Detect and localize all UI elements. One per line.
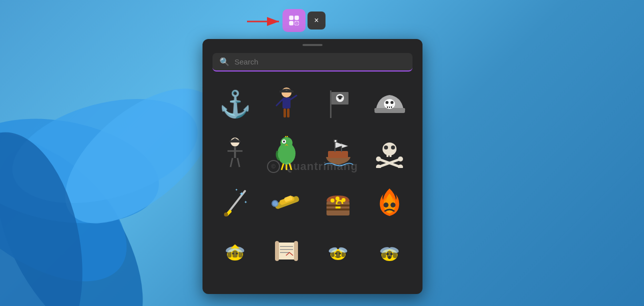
svg-rect-73 (326, 208, 350, 210)
sticker-pirate-swords[interactable] (212, 130, 258, 176)
sticker-fire-face[interactable] (367, 180, 412, 224)
svg-point-39 (283, 140, 285, 142)
close-icon: × (314, 16, 318, 25)
svg-point-104 (386, 253, 389, 256)
svg-rect-79 (238, 252, 242, 258)
svg-rect-72 (326, 204, 350, 206)
svg-point-54 (376, 164, 381, 168)
svg-rect-16 (282, 98, 290, 108)
svg-point-12 (295, 22, 299, 26)
svg-rect-91 (331, 252, 334, 257)
svg-point-55 (398, 164, 403, 168)
svg-point-106 (388, 256, 391, 259)
svg-point-58 (224, 212, 228, 216)
sticker-scroll[interactable] (264, 228, 309, 274)
svg-point-83 (236, 252, 238, 254)
svg-point-28 (386, 101, 388, 104)
svg-point-97 (339, 252, 341, 254)
svg-point-25 (338, 96, 342, 100)
svg-rect-40 (328, 151, 348, 158)
search-icon: 🔍 (220, 57, 230, 66)
emoji-picker-button[interactable] (282, 9, 306, 32)
svg-point-44 (334, 140, 336, 142)
svg-point-71 (342, 198, 346, 202)
sticker-sword[interactable]: ✦ ✦ ✦ (212, 180, 258, 224)
svg-point-14 (297, 22, 298, 23)
arrow-indicator (245, 14, 285, 29)
svg-rect-101 (393, 252, 397, 258)
svg-point-13 (296, 22, 296, 23)
svg-rect-9 (294, 16, 299, 20)
taskbar-emoji-area: × (282, 9, 326, 32)
svg-point-45 (382, 142, 396, 156)
svg-line-18 (290, 96, 296, 100)
svg-point-47 (391, 146, 395, 150)
svg-line-17 (276, 100, 282, 106)
sticker-grid: ⚓ (202, 78, 422, 294)
sticker-surprised-bee[interactable] (367, 228, 412, 274)
svg-rect-86 (294, 241, 298, 261)
svg-point-37 (280, 137, 292, 149)
drag-handle (302, 44, 322, 46)
svg-point-70 (336, 196, 340, 200)
close-emoji-picker-button[interactable]: × (308, 12, 326, 30)
svg-point-96 (335, 252, 337, 254)
svg-text:✦: ✦ (235, 188, 238, 192)
sticker-pirate-flag[interactable] (316, 82, 360, 126)
sticker-skull-hat[interactable] (367, 82, 412, 126)
svg-line-34 (238, 158, 240, 167)
sticker-ship[interactable] (316, 130, 360, 176)
svg-rect-22 (330, 90, 332, 118)
sticker-bee1[interactable] (212, 228, 258, 274)
svg-point-82 (232, 252, 234, 254)
sticker-bee2[interactable] (316, 228, 360, 274)
svg-rect-84 (277, 242, 296, 260)
svg-rect-8 (289, 16, 294, 20)
svg-rect-49 (390, 154, 392, 157)
sticker-telescope[interactable] (264, 180, 309, 224)
search-section: 🔍 (202, 49, 422, 78)
svg-point-75 (390, 202, 396, 208)
svg-point-52 (376, 156, 381, 162)
desktop: × 🔍 © Quantrimang ⚓ (0, 0, 644, 306)
svg-point-29 (390, 101, 394, 104)
svg-rect-48 (386, 154, 388, 157)
svg-point-69 (330, 198, 334, 202)
svg-text:✦: ✦ (244, 200, 248, 204)
svg-point-66 (272, 201, 278, 206)
svg-rect-93 (342, 252, 345, 257)
svg-point-46 (384, 146, 388, 150)
emoji-picker-panel: 🔍 © Quantrimang ⚓ (202, 39, 422, 294)
sticker-parrot[interactable] (264, 130, 309, 176)
sticker-treasure-chest[interactable] (316, 180, 360, 224)
svg-point-105 (390, 253, 393, 256)
svg-rect-21 (280, 90, 294, 92)
svg-text:✦: ✦ (239, 190, 244, 198)
svg-point-53 (398, 156, 403, 162)
svg-rect-41 (334, 141, 336, 152)
svg-rect-99 (382, 252, 386, 258)
sticker-skull-crossbones[interactable] (367, 130, 412, 176)
sticker-pirate-character[interactable] (264, 82, 309, 126)
search-input[interactable] (234, 58, 406, 66)
sticker-anchor[interactable]: ⚓ (212, 82, 258, 126)
svg-rect-85 (275, 241, 279, 261)
svg-point-74 (384, 202, 388, 208)
svg-rect-20 (287, 108, 290, 118)
emoji-picker-icon (288, 14, 300, 27)
svg-rect-19 (284, 108, 286, 118)
svg-rect-77 (228, 252, 232, 258)
svg-rect-10 (289, 21, 294, 26)
search-box[interactable]: 🔍 (212, 53, 412, 72)
svg-line-33 (230, 158, 232, 167)
svg-rect-35 (230, 140, 240, 142)
